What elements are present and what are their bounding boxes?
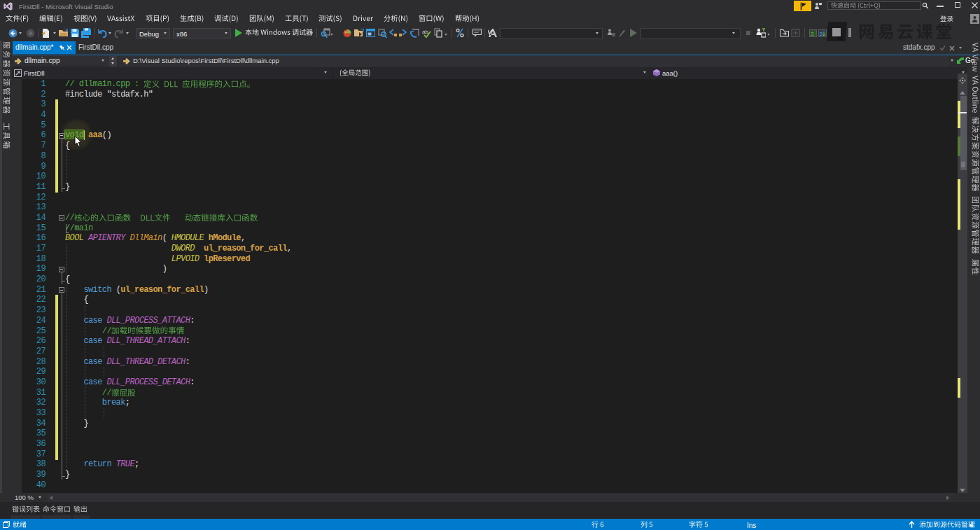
svg-text:3: 3 [811,31,814,37]
svg-text:2: 2 [820,31,823,37]
